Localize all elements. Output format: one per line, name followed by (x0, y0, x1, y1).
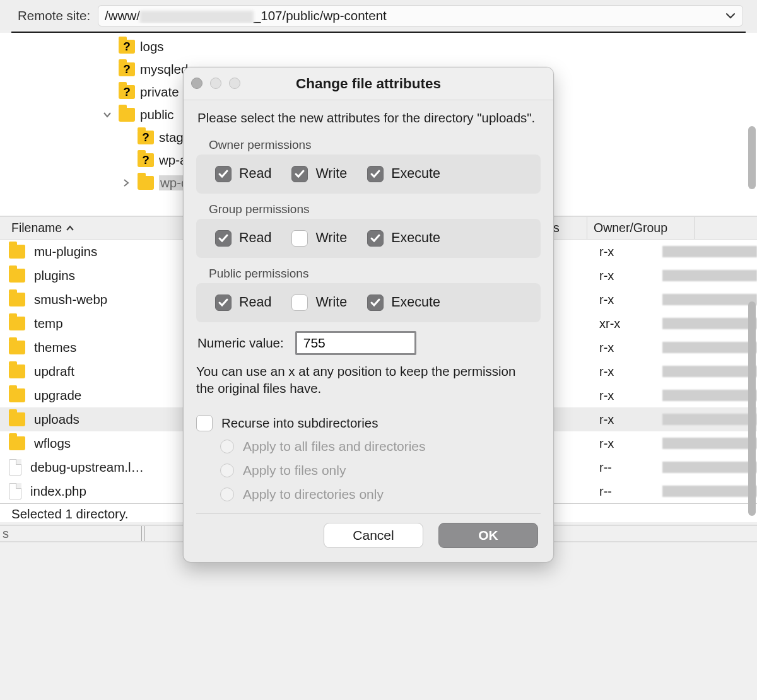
remote-path-text: /www/_107/public/wp-content (105, 8, 724, 23)
apply-option-label: Apply to files only (243, 463, 346, 478)
folder-icon (119, 108, 135, 122)
apply-option: Apply to all files and directories (220, 439, 541, 454)
perm-execute: Execute (367, 230, 440, 247)
perm-execute: Execute (367, 166, 440, 182)
folder-unknown-icon (119, 62, 135, 76)
perm-group-box: ReadWriteExecute (196, 155, 541, 194)
perm-execute: Execute (367, 295, 440, 311)
file-permissions: r-x (599, 365, 654, 379)
file-permissions: r-x (599, 341, 654, 355)
close-window-button[interactable] (191, 78, 202, 89)
file-owner-group (662, 438, 757, 449)
apply-option-radio (220, 440, 234, 453)
ok-button[interactable]: OK (438, 523, 538, 548)
numeric-value-label: Numeric value: (197, 335, 284, 351)
perm-execute-checkbox[interactable] (367, 295, 384, 311)
perm-group-box: ReadWriteExecute (196, 283, 541, 322)
perm-read-checkbox[interactable] (215, 295, 232, 311)
folder-icon (138, 176, 154, 190)
file-permissions: r-x (599, 293, 654, 307)
file-owner-group (662, 462, 757, 473)
chevron-down-icon (726, 13, 735, 19)
perm-write: Write (291, 295, 347, 311)
folder-unknown-icon (138, 131, 154, 144)
file-owner-group (662, 270, 757, 281)
apply-option-radio (220, 487, 234, 501)
file-permissions: r-- (599, 484, 654, 499)
file-permissions: r-x (599, 412, 654, 427)
folder-icon (9, 245, 25, 259)
folder-icon (9, 317, 25, 330)
apply-option: Apply to files only (220, 463, 541, 478)
perm-execute-label: Execute (391, 166, 440, 182)
file-permissions: r-x (599, 269, 654, 283)
sort-ascending-icon (66, 223, 74, 233)
cancel-button[interactable]: Cancel (324, 523, 423, 548)
perm-write: Write (291, 166, 347, 182)
file-icon (9, 483, 21, 499)
numeric-hint: You can use an x at any position to keep… (196, 363, 541, 397)
apply-option-label: Apply to directories only (243, 487, 384, 502)
perm-group-label: Public permissions (209, 267, 541, 281)
folder-icon (9, 388, 25, 402)
perm-write-checkbox[interactable] (291, 230, 308, 247)
apply-option-label: Apply to all files and directories (243, 439, 425, 454)
tree-item-label: private (140, 85, 179, 100)
redacted-segment (140, 11, 254, 23)
perm-group-label: Owner permissions (209, 138, 541, 152)
zoom-window-button[interactable] (229, 78, 240, 89)
perm-execute-label: Execute (391, 295, 440, 310)
recurse-checkbox[interactable] (196, 415, 213, 431)
tree-scrollbar[interactable] (748, 126, 756, 189)
dialog-titlebar: Change file attributes (184, 67, 553, 100)
apply-option-radio (220, 464, 234, 477)
numeric-value-input[interactable] (295, 331, 416, 355)
file-owner-group (662, 414, 757, 425)
remote-site-row: Remote site: /www/_107/public/wp-content (0, 0, 757, 30)
folder-unknown-icon (119, 40, 135, 54)
selection-status: Selected 1 directory. (11, 506, 128, 521)
folder-unknown-icon (119, 85, 135, 99)
perm-write-label: Write (315, 230, 347, 246)
perm-read: Read (215, 295, 271, 311)
perm-write-checkbox[interactable] (291, 295, 308, 311)
perm-read-label: Read (239, 230, 271, 246)
perm-execute-label: Execute (391, 230, 440, 246)
folder-icon (9, 341, 25, 354)
file-owner-group (662, 246, 757, 257)
perm-write-label: Write (315, 166, 347, 182)
remote-path-combobox[interactable]: /www/_107/public/wp-content (98, 5, 743, 26)
file-permissions: r-x (599, 436, 654, 451)
folder-unknown-icon (138, 153, 154, 167)
dialog-button-row: Cancel OK (196, 523, 541, 556)
file-owner-group (662, 318, 757, 329)
perm-write-label: Write (315, 295, 347, 310)
perm-read-checkbox[interactable] (215, 166, 232, 182)
file-permissions: r-- (599, 460, 654, 475)
perm-read-label: Read (239, 166, 271, 182)
chevron-down-icon[interactable] (101, 112, 114, 118)
recurse-label: Recurse into subdirectories (221, 416, 378, 431)
file-owner-group (662, 342, 757, 353)
minimize-window-button[interactable] (210, 78, 221, 89)
file-owner-group (662, 486, 757, 497)
perm-read: Read (215, 230, 271, 247)
perm-write-checkbox[interactable] (291, 166, 308, 182)
window-controls (191, 78, 240, 89)
tree-item-label: logs (140, 39, 164, 54)
path-dropdown-button[interactable] (724, 9, 737, 23)
file-permissions: xr-x (599, 317, 654, 331)
folder-icon (9, 436, 25, 450)
tree-item-label: mysqled (140, 62, 188, 77)
perm-write: Write (291, 230, 347, 247)
perm-read-label: Read (239, 295, 271, 310)
perm-execute-checkbox[interactable] (367, 166, 384, 182)
tree-item-logs[interactable]: logs (0, 35, 757, 58)
column-owner-group[interactable]: Owner/Group (587, 217, 694, 239)
tree-item-label: public (140, 107, 174, 122)
perm-read-checkbox[interactable] (215, 230, 232, 247)
chevron-right-icon[interactable] (120, 178, 132, 187)
recurse-apply-options: Apply to all files and directoriesApply … (220, 439, 541, 502)
list-scrollbar[interactable] (748, 301, 756, 516)
perm-execute-checkbox[interactable] (367, 230, 384, 247)
